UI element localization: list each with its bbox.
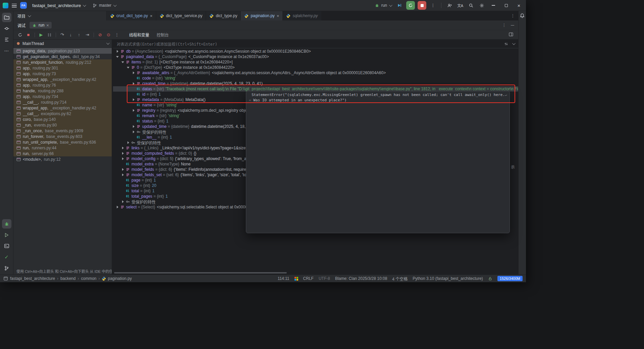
rerun-button[interactable]	[395, 1, 404, 10]
breadcrumb-pagination.py[interactable]: pagination.py	[102, 276, 131, 281]
step-out-icon[interactable]: ↑	[75, 31, 83, 39]
breadcrumb-fastapi_best_architecture[interactable]: fastapi_best_architecture	[10, 276, 55, 281]
tree-toggle-icon[interactable]	[131, 108, 136, 113]
tree-toggle-icon[interactable]	[120, 167, 125, 172]
debug-session-tab[interactable]: run ×	[30, 22, 52, 29]
stop-button[interactable]	[418, 1, 426, 10]
frame-row[interactable]: app, routing.py:76	[13, 82, 112, 88]
frame-row[interactable]: run_forever, base_events.py:603	[13, 134, 112, 139]
problems-tool-icon[interactable]: ✓	[2, 252, 11, 262]
debug-tool-icon[interactable]	[2, 219, 11, 229]
frame-row[interactable]: coro, base.py:140	[13, 116, 112, 122]
run-to-cursor-icon[interactable]: ⇥	[84, 31, 91, 39]
minimize-button[interactable]	[488, 1, 499, 10]
toolbar-more-icon[interactable]: ⋮	[113, 31, 121, 39]
debug-options-icon[interactable]: ⋮	[502, 23, 506, 28]
frame-row[interactable]: _run, events.py:80	[13, 122, 112, 128]
tree-toggle-icon[interactable]	[131, 81, 136, 86]
view-tab-线程和变量[interactable]: 线程和变量	[125, 30, 153, 39]
more-actions-icon[interactable]: ⋮	[428, 1, 438, 10]
breadcrumb-common[interactable]: common	[81, 276, 96, 281]
layout-settings-icon[interactable]	[508, 32, 516, 38]
terminal-tool-icon[interactable]	[2, 241, 11, 251]
frame-row[interactable]: wrapped_app, _exception_handler.py:42	[13, 105, 112, 111]
variable-row-awaitable_attrs[interactable]: awaitable_attrs = {_AsyncAttrGetitem}<sq…	[113, 70, 518, 76]
tree-toggle-icon[interactable]	[120, 151, 125, 156]
notifications-bell-icon[interactable]	[520, 13, 525, 19]
project-window-icon[interactable]	[3, 276, 8, 281]
blame-indicator[interactable]: Blame: Clan 2025/3/28 10:08	[335, 276, 387, 281]
tree-toggle-icon[interactable]	[131, 70, 136, 75]
frame-row[interactable]: app, routing.py:734	[13, 94, 112, 99]
tree-toggle-icon[interactable]	[131, 130, 136, 134]
editor-tab-dict_type_service.py[interactable]: dict_type_service.py	[156, 11, 206, 20]
variable-row-items[interactable]: items = {list: 1}[<DictType instance at …	[113, 59, 518, 65]
frame-row[interactable]: __call__, exceptions.py:62	[13, 111, 112, 116]
commit-tool-icon[interactable]	[2, 24, 11, 33]
frame-row[interactable]: __call__, routing.py:714	[13, 99, 112, 105]
code-with-me-icon[interactable]	[445, 1, 454, 10]
view-breakpoints-icon[interactable]: ⊙	[105, 31, 112, 39]
maximize-button[interactable]	[500, 1, 512, 10]
variable-row-db[interactable]: db = {AsyncSession}<sqlalchemy.ext.async…	[113, 49, 518, 54]
tree-toggle-icon[interactable]	[131, 124, 136, 129]
restart-debug-button[interactable]	[406, 1, 415, 10]
editor-tab-pagination.py[interactable]: pagination.py×	[241, 11, 283, 20]
hide-tool-window-icon[interactable]: ─	[511, 22, 514, 28]
indent-indicator[interactable]: 4 个空格	[392, 276, 408, 282]
ime-indicator-icon[interactable]	[294, 277, 298, 281]
tree-toggle-icon[interactable]	[115, 54, 120, 59]
tree-toggle-icon[interactable]	[115, 205, 120, 209]
vcs-tool-icon[interactable]	[2, 263, 11, 273]
tab-list-menu-icon[interactable]: ⋮	[511, 13, 515, 18]
cursor-position[interactable]: 114:11	[278, 276, 289, 281]
sort-icon[interactable]	[504, 42, 508, 46]
project-selector[interactable]: fastapi_best_architecture	[30, 2, 87, 9]
interpreter-indicator[interactable]: Python 3.10 (fastapi_best_architecture)	[413, 276, 483, 281]
search-icon[interactable]	[466, 1, 476, 10]
resume-icon[interactable]: ▶	[37, 31, 45, 39]
more-tool-windows-icon[interactable]: ⋯	[2, 46, 11, 55]
encoding-indicator[interactable]: UTF-8	[319, 276, 330, 281]
tree-toggle-icon[interactable]	[131, 97, 136, 102]
close-session-icon[interactable]: ×	[46, 23, 49, 28]
tree-toggle-icon[interactable]	[126, 140, 130, 145]
frame-row[interactable]: run, server.py:66	[13, 151, 112, 156]
tree-toggle-icon[interactable]	[120, 199, 125, 204]
variable-row-created_time[interactable]: created_time = {datetime}datetime.dateti…	[113, 81, 518, 86]
step-into-icon[interactable]: ↓	[67, 31, 74, 39]
editor-tab-crud_dict_type.py[interactable]: crud_dict_type.py×	[107, 11, 156, 20]
translate-icon[interactable]: 文A	[455, 1, 465, 10]
frame-row[interactable]: run_until_complete, base_events.py:636	[13, 139, 112, 145]
close-tab-icon[interactable]: ×	[277, 14, 279, 18]
frame-row[interactable]: app, routing.py:73	[13, 71, 112, 77]
tree-toggle-icon[interactable]	[115, 49, 120, 54]
frame-row[interactable]: paging_data, pagination.py:123	[13, 48, 112, 54]
settings-gear-icon[interactable]	[477, 1, 486, 10]
tree-toggle-icon[interactable]	[126, 65, 130, 70]
variable-row-code[interactable]: 01code = {str}'string'	[113, 76, 518, 81]
frame-row[interactable]: <module>, run.py:12	[13, 156, 112, 162]
stop-debug-icon[interactable]: ■	[24, 31, 32, 39]
memory-indicator[interactable]: 1526/3400M	[497, 276, 523, 281]
horizontal-scrollbar[interactable]	[114, 272, 287, 273]
mute-breakpoints-icon[interactable]: ⊘	[96, 31, 104, 39]
frame-row[interactable]: handle, routing.py:288	[13, 88, 112, 94]
project-tool-icon[interactable]	[2, 13, 11, 22]
project-panel-header[interactable]: 项目	[13, 11, 107, 20]
chevron-down-icon[interactable]	[512, 42, 516, 45]
step-over-icon[interactable]: ↷	[58, 31, 66, 39]
close-window-button[interactable]: ×	[513, 1, 525, 10]
variable-row-paginated_data[interactable]: paginated_data = {_CustomPage}<_CustomPa…	[113, 54, 518, 59]
breadcrumb-backend[interactable]: backend	[60, 276, 75, 281]
write-access-lock-icon[interactable]	[488, 277, 492, 281]
frame-row[interactable]: run, runners.py:44	[13, 145, 112, 151]
tree-toggle-icon[interactable]	[120, 146, 125, 150]
evaluate-expression-bar[interactable]: 对表达式求值(Enter)或添加监视(Ctrl+Shift+Enter)	[113, 40, 518, 48]
close-tab-icon[interactable]: ×	[150, 14, 153, 18]
value-viewer-popup[interactable]: StatementError("(sqlalchemy.exc.MissingG…	[246, 91, 510, 233]
variable-row-0[interactable]: 0 = {DictType}<DictType instance at 0x1e…	[113, 65, 518, 70]
editor-tab-sqlalchemy.py[interactable]: sqlalchemy.py	[283, 11, 321, 20]
branch-selector[interactable]: master	[91, 2, 118, 9]
pause-icon[interactable]	[46, 31, 53, 39]
